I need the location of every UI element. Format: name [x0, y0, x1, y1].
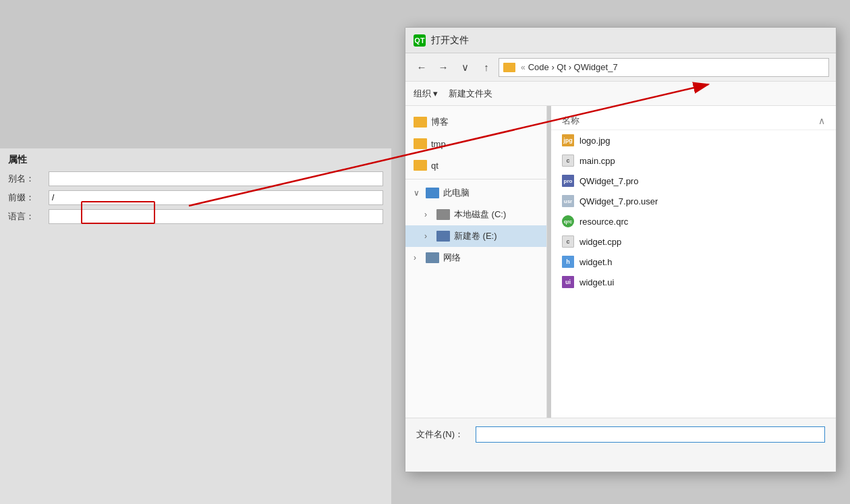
breadcrumb-path: Code › Qt › QWidget_7	[528, 62, 618, 72]
tree-panel: 博客 tmp qt ∨ 此电脑 › 本地磁盘	[405, 106, 547, 418]
nav-dropdown-button[interactable]: ∨	[455, 58, 474, 77]
nav-back-button[interactable]: ←	[412, 58, 431, 77]
drive-icon	[436, 231, 450, 242]
dialog-titlebar: QT 打开文件	[405, 28, 836, 53]
tree-separator	[405, 179, 546, 179]
tree-item-network[interactable]: › 网络	[405, 247, 546, 269]
breadcrumb-chevron: «	[521, 63, 526, 72]
file-item[interactable]: c widget.cpp	[551, 231, 836, 252]
organize-menu[interactable]: 组织 ▾	[414, 88, 438, 100]
drive-icon	[436, 209, 450, 220]
file-name: QWidget_7.pro.user	[579, 196, 658, 206]
file-dialog: QT 打开文件 ← → ∨ ↑ « Code › Qt › QWidget_7 …	[405, 27, 837, 472]
properties-title: 属性	[8, 154, 383, 166]
filename-input[interactable]	[476, 426, 825, 443]
prefix-input[interactable]	[49, 190, 383, 205]
folder-icon	[414, 138, 427, 149]
prefix-label: 前缀：	[8, 192, 49, 204]
dialog-content: 博客 tmp qt ∨ 此电脑 › 本地磁盘	[405, 106, 836, 418]
tree-item-computer[interactable]: ∨ 此电脑	[405, 182, 546, 204]
file-name: QWidget_7.pro	[579, 176, 638, 186]
file-type-icon: h	[562, 256, 574, 268]
file-item[interactable]: jpg logo.jpg	[551, 130, 836, 150]
file-list-header: 名称 ∧	[551, 111, 836, 130]
language-row: 语言：	[8, 209, 383, 224]
new-folder-button[interactable]: 新建文件夹	[449, 88, 492, 100]
prefix-row: 前缀：	[8, 190, 383, 205]
dialog-title: 打开文件	[431, 34, 469, 47]
breadcrumb-folder-icon	[503, 63, 515, 72]
file-list-panel: 名称 ∧ jpg logo.jpg c main.cpp pro QWidget…	[551, 106, 836, 418]
file-item[interactable]: c main.cpp	[551, 150, 836, 171]
filename-label: 文件名(N)：	[416, 428, 470, 441]
tree-item-drive-c[interactable]: › 本地磁盘 (C:)	[405, 204, 546, 225]
dialog-navbar: ← → ∨ ↑ « Code › Qt › QWidget_7	[405, 53, 836, 82]
tree-item-qt[interactable]: qt	[405, 155, 546, 176]
file-name: widget.cpp	[579, 237, 621, 247]
file-type-icon: pro	[562, 175, 574, 187]
filename-row: 文件名(N)：	[416, 426, 825, 443]
file-item[interactable]: pro QWidget_7.pro	[551, 171, 836, 191]
file-name: widget.ui	[579, 277, 614, 287]
alias-label: 别名：	[8, 173, 49, 185]
folder-icon	[414, 160, 427, 171]
header-name: 名称	[562, 115, 579, 127]
expand-chevron: ›	[414, 253, 422, 262]
file-name: logo.jpg	[579, 136, 611, 146]
dialog-toolbar: 组织 ▾ 新建文件夹	[405, 82, 836, 106]
file-type-icon: c	[562, 155, 574, 167]
alias-row: 别名：	[8, 171, 383, 186]
file-name: main.cpp	[579, 156, 615, 166]
file-item[interactable]: ui widget.ui	[551, 272, 836, 292]
language-input[interactable]	[49, 209, 383, 224]
file-name: widget.h	[579, 257, 612, 267]
alias-input[interactable]	[49, 171, 383, 186]
expand-chevron: ›	[424, 210, 432, 219]
network-icon	[426, 252, 439, 263]
tree-item-blog[interactable]: 博客	[405, 111, 546, 133]
nav-forward-button[interactable]: →	[434, 58, 453, 77]
expand-chevron: ›	[424, 231, 432, 241]
file-item[interactable]: h widget.h	[551, 252, 836, 272]
tree-item-drive-e[interactable]: › 新建卷 (E:)	[405, 225, 546, 247]
file-item[interactable]: qrc resource.qrc	[551, 211, 836, 231]
file-type-icon: qrc	[562, 215, 574, 227]
file-type-icon: ui	[562, 276, 574, 288]
computer-icon	[426, 188, 439, 198]
nav-up-button[interactable]: ↑	[477, 58, 496, 77]
breadcrumb-bar[interactable]: « Code › Qt › QWidget_7	[499, 58, 829, 77]
file-name: resource.qrc	[579, 217, 628, 227]
sort-icon[interactable]: ∧	[818, 115, 825, 126]
file-item[interactable]: usr QWidget_7.pro.user	[551, 191, 836, 211]
tree-item-tmp[interactable]: tmp	[405, 133, 546, 155]
properties-area: 属性 别名： 前缀： 语言：	[0, 148, 391, 504]
language-label: 语言：	[8, 211, 49, 223]
expand-chevron: ∨	[414, 188, 422, 198]
file-type-icon: c	[562, 235, 574, 248]
file-type-icon: jpg	[562, 134, 574, 146]
file-type-icon: usr	[562, 195, 574, 207]
dialog-app-icon: QT	[414, 34, 426, 47]
folder-icon	[414, 117, 427, 128]
dialog-bottom: 文件名(N)：	[405, 418, 836, 472]
